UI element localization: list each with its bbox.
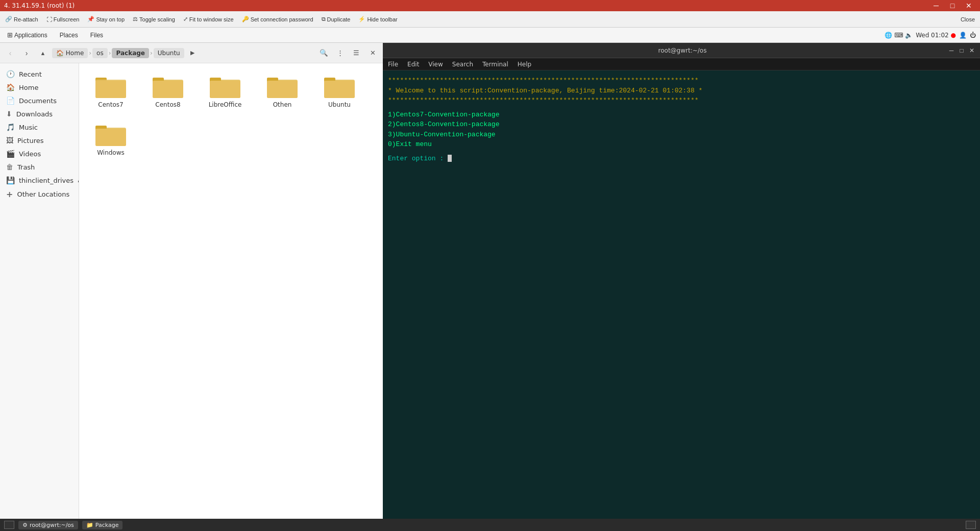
sidebar-item-recent[interactable]: 🕐 Recent (0, 67, 79, 81)
up-btn[interactable]: ▲ (36, 46, 50, 60)
search-btn[interactable]: 🔍 (316, 46, 331, 60)
terminal-menu: File Edit View Search Terminal Help (383, 58, 980, 70)
folder-othen-label: Othen (273, 101, 292, 108)
breadcrumb-package[interactable]: Package (112, 48, 149, 58)
trash-icon: 🗑 (6, 163, 13, 171)
sidebar-item-pictures[interactable]: 🖼 Pictures (0, 134, 79, 147)
folder-ubuntu[interactable]: Ubuntu (314, 69, 365, 111)
folder-ubuntu-svg (323, 73, 356, 99)
fullscreen-icon: ⛶ (46, 16, 52, 22)
close-fm-btn[interactable]: ✕ (365, 46, 380, 60)
folder-centos8-label: Centos8 (155, 101, 180, 108)
file-manager: ‹ › ▲ 🏠 Home › os › Package › Ubuntu (0, 43, 383, 531)
back-btn[interactable]: ‹ (3, 46, 17, 60)
folder-centos7[interactable]: Centos7 (85, 69, 136, 111)
remote-restore-btn[interactable]: □ (945, 0, 960, 13)
terminal-menu-file[interactable]: File (386, 60, 400, 69)
toolbar-bar: 🔗 Re-attach ⛶ Fullscreen 📌 Stay on top ⚖… (0, 11, 980, 28)
duplicate-btn[interactable]: ⧉ Duplicate (320, 15, 353, 23)
breadcrumb-os[interactable]: os (92, 48, 108, 58)
terminal-menu-item-0: 0)Exit menu (388, 139, 975, 150)
fm-body: 🕐 Recent 🏠 Home 📄 Documents ⬇ Downloads … (0, 63, 383, 531)
svg-rect-3 (95, 81, 126, 98)
sidebar-item-trash[interactable]: 🗑 Trash (0, 160, 79, 174)
folder-othen[interactable]: Othen (257, 69, 308, 111)
breadcrumb-more-btn[interactable]: ▶ (185, 46, 200, 60)
setpassword-btn[interactable]: 🔑 Set connection password (240, 15, 315, 23)
folder-centos8-icon (152, 73, 184, 99)
svg-rect-6 (153, 81, 183, 98)
remote-close-btn[interactable]: ✕ (962, 0, 976, 13)
status-bar: ⚙ root@gwrt:~/os 📁 Package (0, 519, 980, 531)
system-tray-icons: 🌐 ⌨ 🔈 (885, 32, 913, 39)
folder-windows[interactable]: Windows (85, 117, 136, 159)
fullscreen-btn[interactable]: ⛶ Fullscreen (44, 15, 82, 23)
stayontop-icon: 📌 (87, 16, 94, 22)
terminal-menu-edit[interactable]: Edit (405, 60, 421, 69)
sidebar-item-downloads[interactable]: ⬇ Downloads (0, 107, 79, 120)
view-toggle-btn[interactable]: ☰ (349, 46, 363, 60)
terminal-prompt-line: Enter option : (388, 154, 975, 164)
taskbar-item-terminal[interactable]: ⚙ root@gwrt:~/os (18, 521, 78, 529)
datetime-label: Wed 01:02 ● (916, 32, 956, 39)
terminal-wm-btns: ─ □ ✕ (947, 46, 976, 55)
folder-libreoffice-svg (209, 73, 241, 99)
sidebar-item-home[interactable]: 🏠 Home (0, 81, 79, 94)
fm-toolbar-right: 🔍 ⋮ ☰ ✕ (316, 46, 380, 60)
terminal-close-btn[interactable]: ✕ (968, 46, 976, 55)
breadcrumb-ubuntu[interactable]: Ubuntu (154, 48, 184, 58)
sidebar-item-videos[interactable]: 🎬 Videos (0, 147, 79, 160)
breadcrumb-sep-3: › (150, 50, 153, 57)
places-menu-btn[interactable]: Places (57, 31, 81, 40)
close-toolbar-btn[interactable]: Close (959, 15, 977, 23)
togglescaling-btn[interactable]: ⚖ Toggle scaling (131, 15, 177, 23)
breadcrumb-trail: 🏠 Home › os › Package › Ubuntu ▶ (52, 46, 314, 60)
folder-libreoffice[interactable]: LibreOffice (200, 69, 251, 111)
stayontop-btn[interactable]: 📌 Stay on top (85, 15, 127, 23)
svg-rect-12 (267, 81, 298, 98)
forward-btn[interactable]: › (19, 46, 34, 60)
folder-ubuntu-icon (323, 73, 356, 99)
recent-icon: 🕐 (6, 70, 15, 78)
view-options-btn[interactable]: ⋮ (333, 46, 347, 60)
fm-toolbar: ‹ › ▲ 🏠 Home › os › Package › Ubuntu (0, 43, 383, 63)
thinclient-icon: 💾 (6, 176, 15, 184)
fitwindow-btn[interactable]: ⤢ Fit to window size (181, 15, 236, 23)
terminal-restore-btn[interactable]: □ (958, 46, 966, 55)
terminal-stars-1: ****************************************… (388, 76, 975, 86)
pictures-icon: 🖼 (6, 136, 13, 144)
terminal-menu-help[interactable]: Help (516, 60, 533, 69)
terminal-menu-item-3: 3)Ubuntu-Convention-package (388, 130, 975, 140)
terminal-menu-search[interactable]: Search (450, 60, 475, 69)
reattach-btn[interactable]: 🔗 Re-attach (3, 15, 40, 23)
sidebar-item-thinclient[interactable]: 💾 thinclient_drives ⏏ (0, 174, 79, 187)
files-menu-btn[interactable]: Files (87, 31, 106, 40)
terminal-title: root@gwrt:~/os (418, 47, 947, 54)
taskbar-item-files[interactable]: 📁 Package (82, 521, 123, 529)
folder-centos8[interactable]: Centos8 (142, 69, 193, 111)
terminal-menu-view[interactable]: View (426, 60, 445, 69)
reattach-icon: 🔗 (5, 16, 12, 22)
folder-centos7-label: Centos7 (98, 101, 123, 108)
folder-windows-icon (94, 120, 127, 147)
terminal-minimize-btn[interactable]: ─ (947, 46, 955, 55)
terminal-menu-terminal[interactable]: Terminal (480, 60, 510, 69)
sidebar-item-other-locations[interactable]: + Other Locations (0, 187, 79, 202)
terminal-pane: root@gwrt:~/os ─ □ ✕ File Edit View Sear… (383, 43, 980, 531)
terminal-body[interactable]: ****************************************… (383, 70, 980, 531)
system-tray: 🌐 ⌨ 🔈 Wed 01:02 ● 👤 ⏻ (885, 32, 976, 39)
terminal-blank-1 (388, 106, 975, 110)
sidebar-item-documents[interactable]: 📄 Documents (0, 94, 79, 107)
terminal-stars-2: ****************************************… (388, 95, 975, 106)
hidetoolbar-btn[interactable]: ⚡ Hide toolbar (356, 15, 399, 23)
sidebar-item-music[interactable]: 🎵 Music (0, 120, 79, 134)
applications-menu-btn[interactable]: ⊞ Applications (4, 30, 51, 40)
user-icon: 👤 (959, 32, 967, 39)
main-container: ‹ › ▲ 🏠 Home › os › Package › Ubuntu (0, 43, 980, 531)
breadcrumb-home[interactable]: 🏠 Home (52, 48, 88, 58)
remote-bar-right: ─ □ ✕ (929, 0, 976, 13)
folder-othen-icon (266, 73, 299, 99)
remote-minimize-btn[interactable]: ─ (929, 0, 943, 13)
fm-content: Centos7 Centos8 (79, 63, 383, 531)
remote-bar-title: 4. 31.41.59.1 (root) (1) (4, 2, 75, 9)
